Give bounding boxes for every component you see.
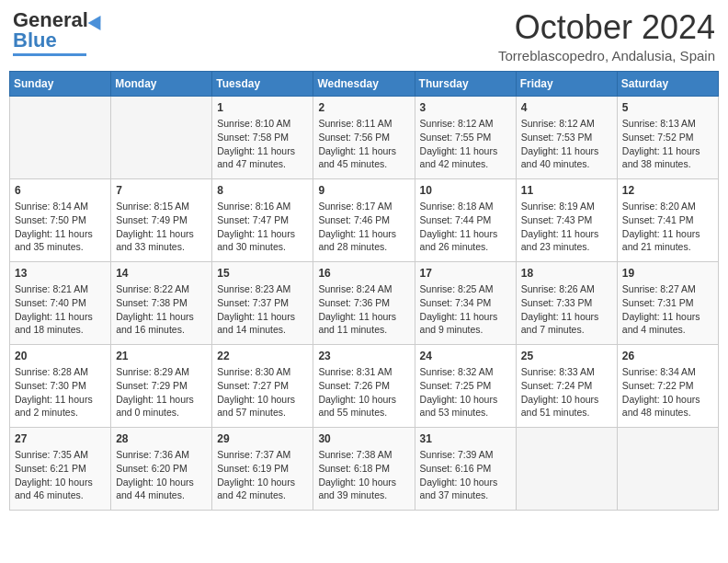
calendar-cell: 26Sunrise: 8:34 AM Sunset: 7:22 PM Dayli… bbox=[617, 344, 718, 427]
day-number: 21 bbox=[116, 349, 207, 364]
day-number: 18 bbox=[521, 266, 612, 282]
day-of-week-header: Thursday bbox=[415, 71, 516, 96]
day-content: Sunrise: 8:23 AM Sunset: 7:37 PM Dayligh… bbox=[217, 282, 308, 337]
month-title: October 2024 bbox=[498, 9, 715, 46]
day-content: Sunrise: 8:16 AM Sunset: 7:47 PM Dayligh… bbox=[217, 200, 308, 254]
day-content: Sunrise: 7:37 AM Sunset: 6:19 PM Dayligh… bbox=[217, 448, 308, 502]
day-content: Sunrise: 8:32 AM Sunset: 7:25 PM Dayligh… bbox=[420, 365, 511, 419]
day-number: 2 bbox=[318, 100, 409, 116]
calendar-cell: 22Sunrise: 8:30 AM Sunset: 7:27 PM Dayli… bbox=[212, 344, 313, 427]
calendar-cell: 29Sunrise: 7:37 AM Sunset: 6:19 PM Dayli… bbox=[212, 427, 313, 510]
calendar-cell: 14Sunrise: 8:22 AM Sunset: 7:38 PM Dayli… bbox=[111, 261, 212, 344]
calendar-cell: 21Sunrise: 8:29 AM Sunset: 7:29 PM Dayli… bbox=[111, 344, 212, 427]
day-content: Sunrise: 8:25 AM Sunset: 7:34 PM Dayligh… bbox=[420, 282, 511, 337]
calendar-week-row: 20Sunrise: 8:28 AM Sunset: 7:30 PM Dayli… bbox=[10, 344, 719, 427]
day-number: 17 bbox=[420, 266, 511, 282]
day-number: 31 bbox=[420, 431, 511, 447]
calendar-cell: 6Sunrise: 8:14 AM Sunset: 7:50 PM Daylig… bbox=[10, 178, 111, 261]
calendar-table: SundayMondayTuesdayWednesdayThursdayFrid… bbox=[9, 71, 719, 511]
calendar-week-row: 27Sunrise: 7:35 AM Sunset: 6:21 PM Dayli… bbox=[10, 427, 719, 510]
day-number: 5 bbox=[622, 100, 713, 116]
calendar-cell: 15Sunrise: 8:23 AM Sunset: 7:37 PM Dayli… bbox=[212, 261, 313, 344]
day-content: Sunrise: 8:24 AM Sunset: 7:36 PM Dayligh… bbox=[318, 282, 409, 337]
calendar-cell: 11Sunrise: 8:19 AM Sunset: 7:43 PM Dayli… bbox=[516, 178, 617, 261]
day-content: Sunrise: 7:39 AM Sunset: 6:16 PM Dayligh… bbox=[420, 448, 511, 502]
day-content: Sunrise: 8:20 AM Sunset: 7:41 PM Dayligh… bbox=[622, 200, 713, 254]
calendar-cell: 2Sunrise: 8:11 AM Sunset: 7:56 PM Daylig… bbox=[313, 96, 415, 178]
calendar-cell bbox=[111, 96, 212, 178]
day-number: 26 bbox=[622, 349, 713, 364]
day-content: Sunrise: 8:17 AM Sunset: 7:46 PM Dayligh… bbox=[318, 200, 409, 254]
day-content: Sunrise: 8:15 AM Sunset: 7:49 PM Dayligh… bbox=[116, 200, 207, 254]
day-number: 9 bbox=[318, 183, 409, 199]
day-content: Sunrise: 8:26 AM Sunset: 7:33 PM Dayligh… bbox=[521, 282, 612, 337]
day-content: Sunrise: 8:13 AM Sunset: 7:52 PM Dayligh… bbox=[622, 117, 713, 171]
day-content: Sunrise: 8:30 AM Sunset: 7:27 PM Dayligh… bbox=[217, 365, 308, 419]
calendar-cell: 27Sunrise: 7:35 AM Sunset: 6:21 PM Dayli… bbox=[10, 427, 111, 510]
calendar-cell bbox=[617, 427, 718, 510]
logo: General Blue bbox=[13, 9, 105, 56]
day-content: Sunrise: 8:22 AM Sunset: 7:38 PM Dayligh… bbox=[116, 282, 207, 337]
day-content: Sunrise: 7:36 AM Sunset: 6:20 PM Dayligh… bbox=[116, 448, 207, 502]
day-number: 6 bbox=[15, 183, 106, 199]
day-content: Sunrise: 8:11 AM Sunset: 7:56 PM Dayligh… bbox=[318, 117, 409, 171]
day-number: 25 bbox=[521, 349, 612, 364]
day-number: 24 bbox=[420, 349, 511, 364]
calendar-cell: 1Sunrise: 8:10 AM Sunset: 7:58 PM Daylig… bbox=[212, 96, 313, 178]
day-content: Sunrise: 8:18 AM Sunset: 7:44 PM Dayligh… bbox=[420, 200, 511, 254]
calendar-cell: 9Sunrise: 8:17 AM Sunset: 7:46 PM Daylig… bbox=[313, 178, 415, 261]
calendar-cell: 13Sunrise: 8:21 AM Sunset: 7:40 PM Dayli… bbox=[10, 261, 111, 344]
day-content: Sunrise: 8:14 AM Sunset: 7:50 PM Dayligh… bbox=[15, 200, 106, 254]
location-title: Torreblascopedro, Andalusia, Spain bbox=[498, 48, 715, 63]
day-number: 16 bbox=[318, 266, 409, 282]
calendar-cell: 31Sunrise: 7:39 AM Sunset: 6:16 PM Dayli… bbox=[415, 427, 516, 510]
day-content: Sunrise: 7:38 AM Sunset: 6:18 PM Dayligh… bbox=[318, 448, 409, 502]
calendar-header-row: SundayMondayTuesdayWednesdayThursdayFrid… bbox=[10, 71, 719, 96]
day-content: Sunrise: 8:12 AM Sunset: 7:53 PM Dayligh… bbox=[521, 117, 612, 171]
day-number: 11 bbox=[521, 183, 612, 199]
calendar-cell bbox=[10, 96, 111, 178]
calendar-week-row: 13Sunrise: 8:21 AM Sunset: 7:40 PM Dayli… bbox=[10, 261, 719, 344]
calendar-week-row: 6Sunrise: 8:14 AM Sunset: 7:50 PM Daylig… bbox=[10, 178, 719, 261]
day-content: Sunrise: 8:10 AM Sunset: 7:58 PM Dayligh… bbox=[217, 117, 308, 171]
calendar-cell: 18Sunrise: 8:26 AM Sunset: 7:33 PM Dayli… bbox=[516, 261, 617, 344]
day-number: 28 bbox=[116, 431, 207, 447]
day-number: 4 bbox=[521, 100, 612, 116]
calendar-cell: 8Sunrise: 8:16 AM Sunset: 7:47 PM Daylig… bbox=[212, 178, 313, 261]
calendar-cell: 4Sunrise: 8:12 AM Sunset: 7:53 PM Daylig… bbox=[516, 96, 617, 178]
calendar-cell bbox=[516, 427, 617, 510]
day-of-week-header: Tuesday bbox=[212, 71, 313, 96]
day-number: 10 bbox=[420, 183, 511, 199]
day-number: 20 bbox=[15, 349, 106, 364]
calendar-cell: 19Sunrise: 8:27 AM Sunset: 7:31 PM Dayli… bbox=[617, 261, 718, 344]
calendar-cell: 25Sunrise: 8:33 AM Sunset: 7:24 PM Dayli… bbox=[516, 344, 617, 427]
day-content: Sunrise: 8:28 AM Sunset: 7:30 PM Dayligh… bbox=[15, 365, 106, 419]
day-number: 3 bbox=[420, 100, 511, 116]
day-content: Sunrise: 8:31 AM Sunset: 7:26 PM Dayligh… bbox=[318, 365, 409, 419]
calendar-cell: 28Sunrise: 7:36 AM Sunset: 6:20 PM Dayli… bbox=[111, 427, 212, 510]
day-number: 22 bbox=[217, 349, 308, 364]
day-number: 27 bbox=[15, 431, 106, 447]
day-number: 15 bbox=[217, 266, 308, 282]
day-content: Sunrise: 8:12 AM Sunset: 7:55 PM Dayligh… bbox=[420, 117, 511, 171]
calendar-cell: 5Sunrise: 8:13 AM Sunset: 7:52 PM Daylig… bbox=[617, 96, 718, 178]
calendar-cell: 24Sunrise: 8:32 AM Sunset: 7:25 PM Dayli… bbox=[415, 344, 516, 427]
day-number: 8 bbox=[217, 183, 308, 199]
calendar-cell: 3Sunrise: 8:12 AM Sunset: 7:55 PM Daylig… bbox=[415, 96, 516, 178]
day-number: 23 bbox=[318, 349, 409, 364]
day-of-week-header: Saturday bbox=[617, 71, 718, 96]
title-block: October 2024 Torreblascopedro, Andalusia… bbox=[498, 9, 715, 63]
day-content: Sunrise: 8:34 AM Sunset: 7:22 PM Dayligh… bbox=[622, 365, 713, 419]
calendar-week-row: 1Sunrise: 8:10 AM Sunset: 7:58 PM Daylig… bbox=[10, 96, 719, 178]
day-content: Sunrise: 8:21 AM Sunset: 7:40 PM Dayligh… bbox=[15, 282, 106, 337]
day-of-week-header: Wednesday bbox=[313, 71, 415, 96]
day-of-week-header: Sunday bbox=[10, 71, 111, 96]
day-number: 29 bbox=[217, 431, 308, 447]
day-content: Sunrise: 8:29 AM Sunset: 7:29 PM Dayligh… bbox=[116, 365, 207, 419]
calendar-cell: 17Sunrise: 8:25 AM Sunset: 7:34 PM Dayli… bbox=[415, 261, 516, 344]
day-number: 1 bbox=[217, 100, 308, 116]
calendar-cell: 7Sunrise: 8:15 AM Sunset: 7:49 PM Daylig… bbox=[111, 178, 212, 261]
day-number: 30 bbox=[318, 431, 409, 447]
day-of-week-header: Friday bbox=[516, 71, 617, 96]
day-content: Sunrise: 8:33 AM Sunset: 7:24 PM Dayligh… bbox=[521, 365, 612, 419]
